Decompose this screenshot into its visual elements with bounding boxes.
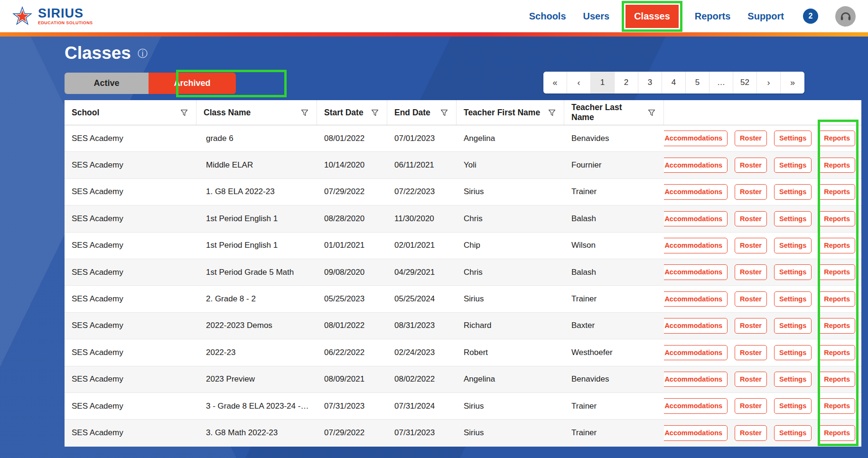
tab-active[interactable]: Active [65,73,149,94]
settings-button[interactable]: Settings [774,158,812,173]
row-actions: Accommodations Roster Settings Reports [664,398,861,414]
filter-icon[interactable] [181,110,187,116]
pagination-next[interactable]: › [757,72,781,93]
roster-button[interactable]: Roster [735,211,767,227]
table-row: SES Academy 2. Grade 8 - 2 05/25/2023 05… [65,286,861,312]
cell-school: SES Academy [65,428,196,438]
reports-button[interactable]: Reports [819,211,855,227]
column-label: End Date [394,108,430,118]
settings-button[interactable]: Settings [774,264,812,280]
reports-button[interactable]: Reports [819,425,855,441]
settings-button[interactable]: Settings [774,318,812,334]
accommodations-button[interactable]: Accommodations [664,264,728,280]
notification-badge[interactable]: 2 [803,9,818,24]
reports-button[interactable]: Reports [819,264,855,280]
reports-button[interactable]: Reports [819,372,855,387]
settings-button[interactable]: Settings [774,211,812,227]
cell-school: SES Academy [65,241,196,250]
reports-button[interactable]: Reports [819,184,855,200]
settings-button[interactable]: Settings [774,372,812,387]
settings-button[interactable]: Settings [774,131,812,146]
filter-icon[interactable] [648,110,655,116]
brand-gradient-divider [0,32,868,37]
reports-button[interactable]: Reports [819,398,855,414]
settings-button[interactable]: Settings [774,345,812,361]
row-actions: Accommodations Roster Settings Reports [664,264,861,280]
cell-teacher-first-name: Sirius [457,294,564,304]
info-icon[interactable]: ⓘ [138,48,148,58]
sirius-logo[interactable]: SIRIUS EDUCATION SOLUTIONS [11,5,93,27]
reports-button[interactable]: Reports [819,131,855,146]
accommodations-button[interactable]: Accommodations [664,372,728,387]
highlight-box-classes-nav: Classes [622,1,682,32]
table-row: SES Academy Middle ELAR 10/14/2020 06/11… [65,152,861,178]
nav-item-classes[interactable]: Classes [625,5,679,28]
accommodations-button[interactable]: Accommodations [664,211,728,227]
filter-icon[interactable] [372,110,378,116]
cell-teacher-last-name: Baxter [564,321,664,330]
roster-button[interactable]: Roster [735,291,767,307]
accommodations-button[interactable]: Accommodations [664,318,728,334]
nav-item-users[interactable]: Users [583,11,610,22]
accommodations-button[interactable]: Accommodations [664,291,728,307]
table-row: SES Academy 2023 Preview 08/09/2021 08/0… [65,366,861,393]
pagination-page-5[interactable]: 5 [686,72,709,93]
accommodations-button[interactable]: Accommodations [664,158,728,173]
reports-button[interactable]: Reports [819,318,855,334]
roster-button[interactable]: Roster [735,398,767,414]
column-label: School [72,108,99,118]
cell-teacher-first-name: Robert [457,348,564,357]
roster-button[interactable]: Roster [735,345,767,361]
filter-icon[interactable] [441,110,448,116]
user-avatar[interactable] [835,6,856,27]
column-header-teacher-last-name: Teacher Last Name [564,100,664,125]
pagination-prev[interactable]: ‹ [567,72,591,93]
roster-button[interactable]: Roster [735,372,767,387]
cell-class-name: 1. G8 ELA 2022-23 [196,187,317,196]
pagination-page-52[interactable]: 52 [733,72,757,93]
cell-end-date: 08/31/2023 [387,321,457,330]
table-header-row: School Class Name Start Date End Date Te… [65,100,861,125]
accommodations-button[interactable]: Accommodations [664,131,728,146]
tab-archived[interactable]: Archived [149,73,236,94]
roster-button[interactable]: Roster [735,131,767,146]
settings-button[interactable]: Settings [774,425,812,441]
nav-item-schools[interactable]: Schools [529,11,566,22]
accommodations-button[interactable]: Accommodations [664,238,728,253]
roster-button[interactable]: Roster [735,238,767,253]
accommodations-button[interactable]: Accommodations [664,425,728,441]
pagination-page-1[interactable]: 1 [591,72,615,93]
roster-button[interactable]: Roster [735,184,767,200]
accommodations-button[interactable]: Accommodations [664,345,728,361]
settings-button[interactable]: Settings [774,238,812,253]
reports-button[interactable]: Reports [819,345,855,361]
reports-button[interactable]: Reports [819,158,855,173]
nav-item-support[interactable]: Support [747,11,784,22]
nav-item-reports[interactable]: Reports [695,11,731,22]
filter-icon[interactable] [301,110,308,116]
reports-button[interactable]: Reports [819,238,855,253]
filter-icon[interactable] [549,110,555,116]
pagination-page-3[interactable]: 3 [638,72,662,93]
reports-button[interactable]: Reports [819,291,855,307]
pagination-page-4[interactable]: 4 [662,72,686,93]
column-header-school: School [65,100,196,125]
row-actions: Accommodations Roster Settings Reports [664,131,861,146]
pagination-page-2[interactable]: 2 [615,72,638,93]
pagination-last[interactable]: » [781,72,804,93]
roster-button[interactable]: Roster [735,264,767,280]
roster-button[interactable]: Roster [735,158,767,173]
cell-end-date: 04/29/2021 [387,268,457,277]
cell-end-date: 06/11/2021 [387,160,457,170]
roster-button[interactable]: Roster [735,425,767,441]
pagination-ellipsis[interactable]: … [709,72,733,93]
accommodations-button[interactable]: Accommodations [664,398,728,414]
roster-button[interactable]: Roster [735,318,767,334]
settings-button[interactable]: Settings [774,398,812,414]
pagination-first[interactable]: « [543,72,567,93]
settings-button[interactable]: Settings [774,291,812,307]
cell-teacher-last-name: Trainer [564,428,664,438]
settings-button[interactable]: Settings [774,184,812,200]
accommodations-button[interactable]: Accommodations [664,184,728,200]
cell-class-name: 2. Grade 8 - 2 [196,294,317,304]
